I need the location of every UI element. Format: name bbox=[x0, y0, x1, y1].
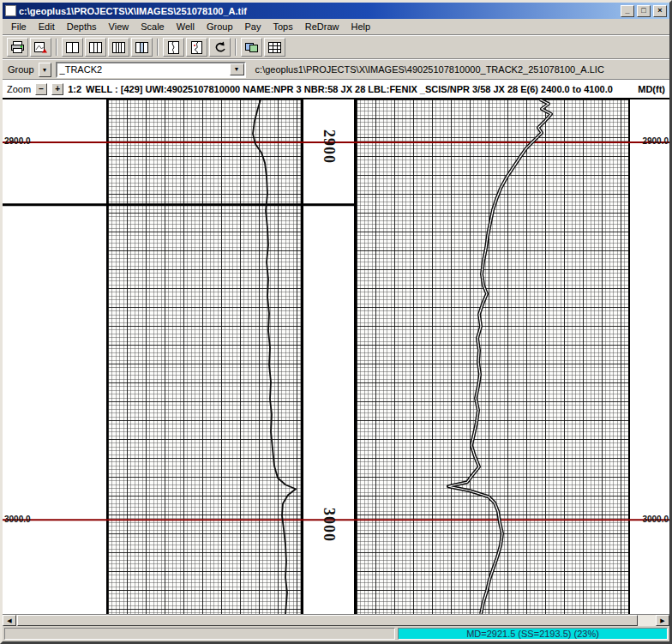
toolbar-separator bbox=[157, 39, 159, 56]
undo-icon bbox=[213, 41, 227, 54]
track-combo[interactable]: _TRACK2 ▼ bbox=[56, 62, 246, 78]
marker-label-2900-right: 2900.0 bbox=[642, 136, 669, 146]
print-button[interactable] bbox=[7, 38, 28, 57]
scrollbar-track[interactable] bbox=[16, 615, 656, 626]
status-md-readout: MD=2921.5 (SS=2193.5) (23%) bbox=[466, 629, 599, 639]
menu-tops[interactable]: Tops bbox=[267, 20, 299, 33]
zoom-label: Zoom bbox=[7, 84, 31, 94]
layout-two-track-button[interactable] bbox=[85, 38, 106, 57]
track-combo-value: _TRACK2 bbox=[57, 64, 230, 75]
status-message-panel bbox=[4, 628, 395, 640]
menu-well[interactable]: Well bbox=[171, 20, 201, 33]
menu-scale[interactable]: Scale bbox=[135, 20, 171, 33]
depth-number-3000: 3000 bbox=[309, 503, 350, 547]
layout-depth-track-button[interactable] bbox=[131, 38, 153, 57]
group-cycle-button[interactable]: ▾ bbox=[39, 63, 51, 77]
image-pair-icon bbox=[244, 41, 259, 54]
menu-help[interactable]: Help bbox=[345, 20, 376, 33]
well-info: WELL : [429] UWI:49025107810000 NAME:NPR… bbox=[86, 84, 633, 94]
status-progress: MD=2921.5 (SS=2193.5) (23%) bbox=[398, 628, 668, 640]
toolbar bbox=[3, 35, 669, 59]
undo-button[interactable] bbox=[209, 38, 231, 57]
horizontal-scrollbar[interactable]: ◀ ▶ bbox=[3, 614, 669, 626]
window-icon bbox=[5, 5, 16, 16]
menu-edit[interactable]: Edit bbox=[33, 20, 61, 33]
chevron-down-icon[interactable]: ▼ bbox=[230, 63, 244, 75]
group-label: Group bbox=[8, 64, 34, 75]
menu-redraw[interactable]: ReDraw bbox=[299, 20, 345, 33]
menu-depths[interactable]: Depths bbox=[61, 20, 103, 33]
depth-unit-label: MD(ft) bbox=[638, 84, 665, 94]
open-image-button[interactable] bbox=[30, 38, 51, 57]
depth-track-icon bbox=[135, 41, 149, 54]
open-image-icon bbox=[33, 41, 48, 54]
marker-label-3000-left: 3000.0 bbox=[4, 515, 31, 524]
menu-view[interactable]: View bbox=[103, 20, 135, 33]
depth-number-2900: 2900 bbox=[309, 125, 350, 169]
single-track-icon bbox=[65, 41, 80, 54]
curve-icon bbox=[166, 41, 181, 54]
curve-edit-button[interactable] bbox=[186, 38, 207, 57]
app-window: c:\geoplus1\PROJECTS\X\IMAGES\251078100_… bbox=[0, 0, 672, 644]
log-viewport[interactable]: 2900 3000 2900.0 2900.0 3000.0 3000.0 bbox=[3, 98, 669, 614]
image-pair-button[interactable] bbox=[241, 38, 262, 57]
curve-edit-icon bbox=[189, 41, 204, 54]
three-track-icon bbox=[111, 41, 126, 54]
zoom-in-button[interactable]: + bbox=[51, 83, 63, 95]
maximize-button[interactable]: □ bbox=[637, 5, 651, 17]
print-icon bbox=[10, 41, 25, 54]
group-row: Group ▾ _TRACK2 ▼ c:\geoplus1\PROJECTS\X… bbox=[3, 59, 669, 80]
grid-view-button[interactable] bbox=[264, 38, 285, 57]
marker-label-3000-right: 3000.0 bbox=[642, 515, 669, 524]
scroll-right-button[interactable]: ▶ bbox=[656, 615, 669, 626]
curve-display-button[interactable] bbox=[163, 38, 184, 57]
minimize-button[interactable]: _ bbox=[621, 5, 634, 17]
title-bar[interactable]: c:\geoplus1\PROJECTS\X\IMAGES\251078100_… bbox=[3, 3, 669, 19]
zoom-out-button[interactable]: − bbox=[35, 83, 47, 95]
zoom-ratio: 1:2 bbox=[68, 84, 81, 94]
toolbar-separator bbox=[235, 39, 237, 56]
scroll-left-button[interactable]: ◀ bbox=[3, 615, 16, 626]
layout-three-track-button[interactable] bbox=[108, 38, 129, 57]
close-button[interactable]: × bbox=[653, 5, 667, 17]
two-track-icon bbox=[88, 41, 103, 54]
marker-label-2900-left: 2900.0 bbox=[4, 136, 31, 146]
window-title: c:\geoplus1\PROJECTS\X\IMAGES\251078100_… bbox=[19, 6, 618, 16]
menu-pay[interactable]: Pay bbox=[239, 20, 267, 33]
menu-file[interactable]: File bbox=[5, 20, 33, 33]
zoom-row: Zoom − + 1:2 WELL : [429] UWI:4902510781… bbox=[3, 80, 669, 98]
grid-icon bbox=[267, 41, 282, 54]
layout-single-track-button[interactable] bbox=[62, 38, 83, 57]
scrollbar-thumb[interactable] bbox=[17, 615, 638, 626]
lic-file-path: c:\geoplus1\PROJECTS\X\IMAGES\4902510781… bbox=[250, 64, 604, 75]
status-bar: MD=2921.5 (SS=2193.5) (23%) bbox=[3, 626, 669, 641]
menu-group[interactable]: Group bbox=[201, 20, 239, 33]
menu-bar: File Edit Depths View Scale Well Group P… bbox=[3, 19, 669, 35]
toolbar-separator bbox=[56, 39, 57, 56]
